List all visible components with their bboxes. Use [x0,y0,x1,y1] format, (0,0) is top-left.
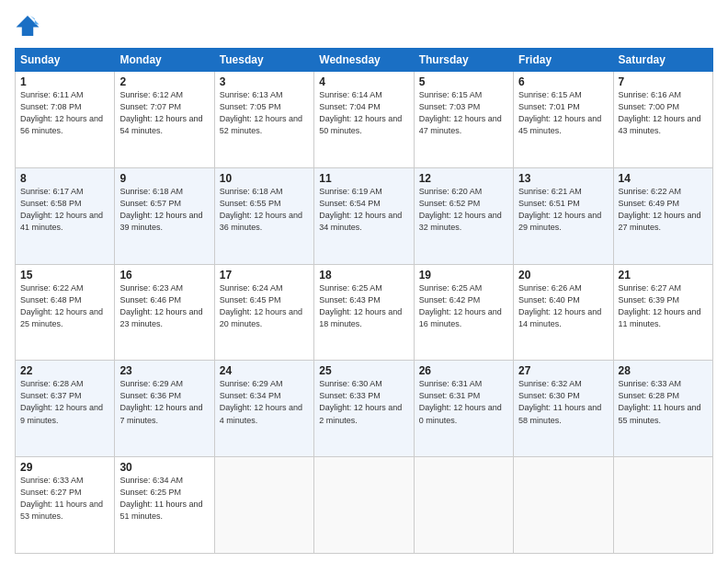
day-info: Sunrise: 6:34 AM Sunset: 6:25 PM Dayligh… [119,475,209,523]
calendar-cell: 28 Sunrise: 6:33 AM Sunset: 6:28 PM Dayl… [613,361,712,457]
calendar-cell: 7 Sunrise: 6:16 AM Sunset: 7:00 PM Dayli… [613,72,712,168]
calendar-cell: 2 Sunrise: 6:12 AM Sunset: 7:07 PM Dayli… [115,72,214,168]
day-info: Sunrise: 6:18 AM Sunset: 6:55 PM Dayligh… [220,186,309,234]
calendar-cell [514,457,613,554]
calendar-cell: 27 Sunrise: 6:32 AM Sunset: 6:30 PM Dayl… [514,361,613,457]
day-number: 7 [619,75,708,88]
calendar-cell: 29 Sunrise: 6:33 AM Sunset: 6:27 PM Dayl… [16,457,115,554]
day-info: Sunrise: 6:24 AM Sunset: 6:45 PM Dayligh… [220,282,309,330]
day-info: Sunrise: 6:33 AM Sunset: 6:28 PM Dayligh… [619,378,708,426]
calendar-cell: 6 Sunrise: 6:15 AM Sunset: 7:01 PM Dayli… [514,72,613,168]
calendar-cell: 9 Sunrise: 6:18 AM Sunset: 6:57 PM Dayli… [115,167,214,264]
day-number: 18 [319,269,408,282]
calendar-week-row: 29 Sunrise: 6:33 AM Sunset: 6:27 PM Dayl… [16,457,713,554]
day-number: 10 [220,172,309,185]
header [15,13,713,39]
calendar-cell: 3 Sunrise: 6:13 AM Sunset: 7:05 PM Dayli… [214,72,313,168]
calendar-cell: 21 Sunrise: 6:27 AM Sunset: 6:39 PM Dayl… [613,264,712,361]
day-number: 28 [619,364,708,377]
calendar-cell: 5 Sunrise: 6:15 AM Sunset: 7:03 PM Dayli… [414,72,513,168]
calendar-cell: 16 Sunrise: 6:23 AM Sunset: 6:46 PM Dayl… [115,264,214,361]
calendar-cell: 19 Sunrise: 6:25 AM Sunset: 6:42 PM Dayl… [414,264,513,361]
day-number: 15 [20,269,109,282]
calendar-table: SundayMondayTuesdayWednesdayThursdayFrid… [15,48,713,554]
day-number: 24 [220,364,309,377]
day-number: 23 [119,364,209,377]
day-number: 2 [119,75,209,88]
page: SundayMondayTuesdayWednesdayThursdayFrid… [0,0,728,563]
day-number: 25 [319,364,408,377]
day-number: 4 [319,75,408,88]
calendar-cell: 23 Sunrise: 6:29 AM Sunset: 6:36 PM Dayl… [115,361,214,457]
day-number: 20 [518,269,608,282]
day-number: 14 [619,172,708,185]
day-info: Sunrise: 6:15 AM Sunset: 7:03 PM Dayligh… [419,89,508,137]
calendar-cell: 17 Sunrise: 6:24 AM Sunset: 6:45 PM Dayl… [214,264,313,361]
calendar-cell: 1 Sunrise: 6:11 AM Sunset: 7:08 PM Dayli… [16,72,115,168]
calendar-cell: 22 Sunrise: 6:28 AM Sunset: 6:37 PM Dayl… [16,361,115,457]
day-info: Sunrise: 6:20 AM Sunset: 6:52 PM Dayligh… [419,186,508,234]
day-info: Sunrise: 6:14 AM Sunset: 7:04 PM Dayligh… [319,89,408,137]
calendar-week-row: 8 Sunrise: 6:17 AM Sunset: 6:58 PM Dayli… [16,167,713,264]
calendar-cell [414,457,513,554]
calendar-cell: 15 Sunrise: 6:22 AM Sunset: 6:48 PM Dayl… [16,264,115,361]
calendar-week-row: 1 Sunrise: 6:11 AM Sunset: 7:08 PM Dayli… [16,72,713,168]
calendar-day-header: Tuesday [214,49,313,72]
day-info: Sunrise: 6:29 AM Sunset: 6:34 PM Dayligh… [220,378,309,426]
day-info: Sunrise: 6:16 AM Sunset: 7:00 PM Dayligh… [619,89,708,137]
day-info: Sunrise: 6:13 AM Sunset: 7:05 PM Dayligh… [220,89,309,137]
day-info: Sunrise: 6:19 AM Sunset: 6:54 PM Dayligh… [319,186,408,234]
day-number: 5 [419,75,508,88]
calendar-cell: 30 Sunrise: 6:34 AM Sunset: 6:25 PM Dayl… [115,457,214,554]
day-number: 3 [220,75,309,88]
day-info: Sunrise: 6:29 AM Sunset: 6:36 PM Dayligh… [119,378,209,426]
calendar-day-header: Friday [514,49,613,72]
calendar-cell [214,457,313,554]
day-number: 8 [20,172,109,185]
day-info: Sunrise: 6:11 AM Sunset: 7:08 PM Dayligh… [20,89,109,137]
calendar-cell [314,457,414,554]
day-number: 30 [119,461,209,474]
day-info: Sunrise: 6:25 AM Sunset: 6:42 PM Dayligh… [419,282,508,330]
calendar-cell: 26 Sunrise: 6:31 AM Sunset: 6:31 PM Dayl… [414,361,513,457]
calendar-cell: 14 Sunrise: 6:22 AM Sunset: 6:49 PM Dayl… [613,167,712,264]
calendar-day-header: Wednesday [314,49,414,72]
day-info: Sunrise: 6:12 AM Sunset: 7:07 PM Dayligh… [119,89,209,137]
day-number: 17 [220,269,309,282]
day-number: 13 [518,172,608,185]
logo-icon [15,13,40,39]
calendar-day-header: Sunday [16,49,115,72]
calendar-day-header: Monday [115,49,214,72]
day-number: 19 [419,269,508,282]
day-number: 12 [419,172,508,185]
calendar-cell: 13 Sunrise: 6:21 AM Sunset: 6:51 PM Dayl… [514,167,613,264]
day-number: 16 [119,269,209,282]
calendar-cell: 11 Sunrise: 6:19 AM Sunset: 6:54 PM Dayl… [314,167,414,264]
calendar-cell: 12 Sunrise: 6:20 AM Sunset: 6:52 PM Dayl… [414,167,513,264]
day-number: 22 [20,364,109,377]
day-info: Sunrise: 6:17 AM Sunset: 6:58 PM Dayligh… [20,186,109,234]
day-info: Sunrise: 6:27 AM Sunset: 6:39 PM Dayligh… [619,282,708,330]
calendar-cell: 8 Sunrise: 6:17 AM Sunset: 6:58 PM Dayli… [16,167,115,264]
day-info: Sunrise: 6:18 AM Sunset: 6:57 PM Dayligh… [119,186,209,234]
day-number: 9 [119,172,209,185]
day-info: Sunrise: 6:31 AM Sunset: 6:31 PM Dayligh… [419,378,508,426]
calendar-header-row: SundayMondayTuesdayWednesdayThursdayFrid… [16,49,713,72]
day-info: Sunrise: 6:23 AM Sunset: 6:46 PM Dayligh… [119,282,209,330]
calendar-cell: 25 Sunrise: 6:30 AM Sunset: 6:33 PM Dayl… [314,361,414,457]
calendar-week-row: 22 Sunrise: 6:28 AM Sunset: 6:37 PM Dayl… [16,361,713,457]
calendar-day-header: Thursday [414,49,513,72]
day-info: Sunrise: 6:15 AM Sunset: 7:01 PM Dayligh… [518,89,608,137]
day-number: 1 [20,75,109,88]
calendar-week-row: 15 Sunrise: 6:22 AM Sunset: 6:48 PM Dayl… [16,264,713,361]
day-info: Sunrise: 6:22 AM Sunset: 6:49 PM Dayligh… [619,186,708,234]
day-number: 26 [419,364,508,377]
day-info: Sunrise: 6:33 AM Sunset: 6:27 PM Dayligh… [20,475,109,523]
day-info: Sunrise: 6:28 AM Sunset: 6:37 PM Dayligh… [20,378,109,426]
calendar-cell: 4 Sunrise: 6:14 AM Sunset: 7:04 PM Dayli… [314,72,414,168]
calendar-day-header: Saturday [613,49,712,72]
calendar-cell: 18 Sunrise: 6:25 AM Sunset: 6:43 PM Dayl… [314,264,414,361]
day-number: 27 [518,364,608,377]
day-number: 6 [518,75,608,88]
logo [15,13,44,39]
